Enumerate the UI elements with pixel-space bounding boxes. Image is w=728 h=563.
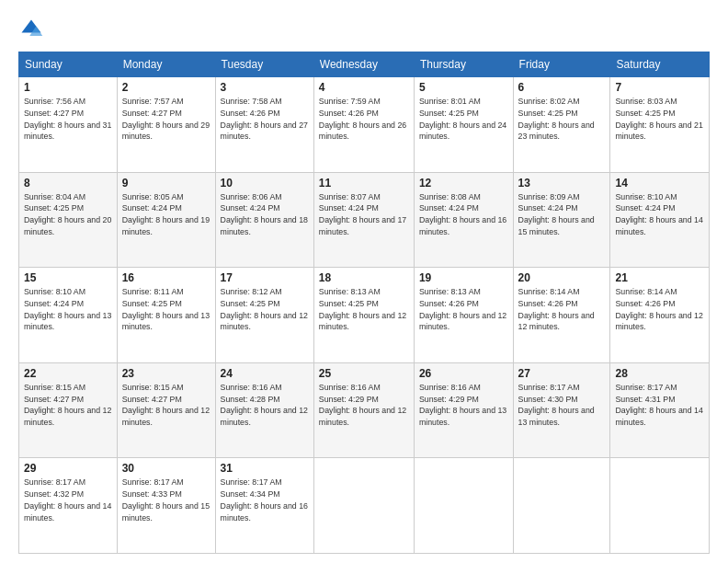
daylight-label: Daylight: 8 hours and 18 minutes. (221, 215, 308, 236)
calendar-cell: 26 Sunrise: 8:16 AM Sunset: 4:29 PM Dayl… (414, 362, 513, 458)
day-info: Sunrise: 8:17 AM Sunset: 4:30 PM Dayligh… (518, 382, 606, 429)
day-number: 25 (319, 367, 409, 380)
calendar-cell: 29 Sunrise: 8:17 AM Sunset: 4:32 PM Dayl… (19, 458, 118, 554)
sunset-label: Sunset: 4:26 PM (221, 109, 280, 118)
day-number: 22 (24, 367, 112, 380)
daylight-label: Daylight: 8 hours and 12 minutes. (419, 311, 506, 332)
calendar-week-1: 1 Sunrise: 7:56 AM Sunset: 4:27 PM Dayli… (19, 77, 710, 173)
day-info: Sunrise: 8:12 AM Sunset: 4:25 PM Dayligh… (221, 286, 309, 333)
calendar-cell: 15 Sunrise: 8:10 AM Sunset: 4:24 PM Dayl… (19, 268, 118, 363)
day-info: Sunrise: 8:10 AM Sunset: 4:24 PM Dayligh… (24, 286, 112, 333)
calendar-cell: 23 Sunrise: 8:15 AM Sunset: 4:27 PM Dayl… (117, 362, 215, 458)
calendar-cell: 30 Sunrise: 8:17 AM Sunset: 4:33 PM Dayl… (117, 458, 215, 554)
sunrise-label: Sunrise: 8:12 AM (221, 287, 282, 296)
day-info: Sunrise: 8:03 AM Sunset: 4:25 PM Dayligh… (615, 96, 704, 143)
calendar-cell: 12 Sunrise: 8:08 AM Sunset: 4:24 PM Dayl… (414, 172, 513, 268)
sunset-label: Sunset: 4:25 PM (319, 299, 379, 308)
sunset-label: Sunset: 4:25 PM (221, 299, 280, 308)
sunset-label: Sunset: 4:26 PM (615, 299, 675, 308)
col-saturday: Saturday (610, 52, 710, 77)
calendar-cell: 3 Sunrise: 7:58 AM Sunset: 4:26 PM Dayli… (215, 77, 313, 173)
sunrise-label: Sunrise: 8:16 AM (221, 383, 282, 392)
sunset-label: Sunset: 4:25 PM (419, 109, 479, 118)
calendar-cell: 22 Sunrise: 8:15 AM Sunset: 4:27 PM Dayl… (19, 362, 118, 458)
calendar-week-4: 22 Sunrise: 8:15 AM Sunset: 4:27 PM Dayl… (19, 362, 710, 458)
sunset-label: Sunset: 4:25 PM (615, 109, 675, 118)
daylight-label: Daylight: 8 hours and 14 minutes. (615, 215, 702, 236)
daylight-label: Daylight: 8 hours and 12 minutes. (221, 406, 308, 427)
daylight-label: Daylight: 8 hours and 12 minutes. (319, 406, 406, 427)
daylight-label: Daylight: 8 hours and 12 minutes. (319, 311, 406, 332)
sunrise-label: Sunrise: 8:04 AM (24, 192, 85, 201)
day-info: Sunrise: 8:05 AM Sunset: 4:24 PM Dayligh… (122, 191, 210, 238)
calendar-cell: 20 Sunrise: 8:14 AM Sunset: 4:26 PM Dayl… (513, 268, 610, 363)
sunrise-label: Sunrise: 8:13 AM (319, 287, 381, 296)
calendar-cell: 9 Sunrise: 8:05 AM Sunset: 4:24 PM Dayli… (117, 172, 215, 268)
calendar-cell: 16 Sunrise: 8:11 AM Sunset: 4:25 PM Dayl… (117, 268, 215, 363)
daylight-label: Daylight: 8 hours and 21 minutes. (615, 121, 702, 142)
calendar-cell: 6 Sunrise: 8:02 AM Sunset: 4:25 PM Dayli… (513, 77, 610, 173)
sunrise-label: Sunrise: 7:56 AM (24, 97, 85, 106)
day-info: Sunrise: 8:14 AM Sunset: 4:26 PM Dayligh… (518, 286, 606, 333)
day-number: 23 (122, 367, 210, 380)
daylight-label: Daylight: 8 hours and 13 minutes. (419, 406, 506, 427)
sunrise-label: Sunrise: 8:15 AM (24, 383, 85, 392)
day-number: 10 (221, 177, 309, 190)
day-number: 15 (24, 271, 112, 284)
sunrise-label: Sunrise: 8:13 AM (419, 287, 481, 296)
col-wednesday: Wednesday (313, 52, 414, 77)
col-thursday: Thursday (414, 52, 513, 77)
day-number: 24 (221, 367, 309, 380)
day-info: Sunrise: 8:17 AM Sunset: 4:32 PM Dayligh… (24, 477, 112, 523)
calendar-cell: 28 Sunrise: 8:17 AM Sunset: 4:31 PM Dayl… (610, 362, 710, 458)
calendar-cell: 27 Sunrise: 8:17 AM Sunset: 4:30 PM Dayl… (513, 362, 610, 458)
sunset-label: Sunset: 4:34 PM (221, 489, 280, 499)
day-number: 19 (419, 271, 508, 284)
sunrise-label: Sunrise: 8:14 AM (615, 287, 677, 296)
sunset-label: Sunset: 4:24 PM (615, 203, 675, 213)
sunset-label: Sunset: 4:25 PM (24, 203, 84, 213)
sunset-label: Sunset: 4:28 PM (221, 395, 280, 404)
logo-icon (18, 17, 44, 42)
day-number: 21 (615, 271, 704, 284)
day-number: 1 (24, 81, 112, 94)
daylight-label: Daylight: 8 hours and 16 minutes. (221, 501, 308, 523)
day-number: 28 (615, 367, 704, 380)
daylight-label: Daylight: 8 hours and 20 minutes. (24, 215, 111, 236)
daylight-label: Daylight: 8 hours and 31 minutes. (24, 121, 111, 142)
day-info: Sunrise: 8:16 AM Sunset: 4:29 PM Dayligh… (319, 382, 409, 429)
sunset-label: Sunset: 4:30 PM (518, 395, 578, 404)
sunset-label: Sunset: 4:32 PM (24, 489, 84, 499)
sunrise-label: Sunrise: 8:17 AM (615, 383, 677, 392)
page: Sunday Monday Tuesday Wednesday Thursday… (0, 0, 728, 563)
sunrise-label: Sunrise: 8:17 AM (221, 477, 282, 487)
sunset-label: Sunset: 4:27 PM (24, 109, 84, 118)
daylight-label: Daylight: 8 hours and 13 minutes. (122, 311, 210, 332)
calendar-week-2: 8 Sunrise: 8:04 AM Sunset: 4:25 PM Dayli… (19, 172, 710, 268)
sunset-label: Sunset: 4:24 PM (221, 203, 280, 213)
daylight-label: Daylight: 8 hours and 12 minutes. (24, 406, 111, 427)
calendar-cell: 10 Sunrise: 8:06 AM Sunset: 4:24 PM Dayl… (215, 172, 313, 268)
sunrise-label: Sunrise: 8:01 AM (419, 97, 481, 106)
day-number: 4 (319, 81, 409, 94)
sunset-label: Sunset: 4:31 PM (615, 395, 675, 404)
day-info: Sunrise: 8:09 AM Sunset: 4:24 PM Dayligh… (518, 191, 606, 238)
sunrise-label: Sunrise: 8:11 AM (122, 287, 184, 296)
daylight-label: Daylight: 8 hours and 14 minutes. (24, 501, 111, 523)
sunrise-label: Sunrise: 8:07 AM (319, 192, 381, 201)
calendar-week-5: 29 Sunrise: 8:17 AM Sunset: 4:32 PM Dayl… (19, 458, 710, 554)
day-number: 6 (518, 81, 606, 94)
sunset-label: Sunset: 4:26 PM (419, 299, 479, 308)
sunset-label: Sunset: 4:27 PM (24, 395, 84, 404)
sunset-label: Sunset: 4:24 PM (319, 203, 379, 213)
sunrise-label: Sunrise: 8:02 AM (518, 97, 580, 106)
day-number: 31 (221, 462, 309, 475)
calendar-header-row: Sunday Monday Tuesday Wednesday Thursday… (19, 52, 710, 77)
calendar-cell: 11 Sunrise: 8:07 AM Sunset: 4:24 PM Dayl… (313, 172, 414, 268)
day-number: 16 (122, 271, 210, 284)
calendar-cell: 19 Sunrise: 8:13 AM Sunset: 4:26 PM Dayl… (414, 268, 513, 363)
day-info: Sunrise: 8:16 AM Sunset: 4:29 PM Dayligh… (419, 382, 508, 429)
daylight-label: Daylight: 8 hours and 12 minutes. (615, 311, 702, 332)
col-monday: Monday (117, 52, 215, 77)
sunrise-label: Sunrise: 8:09 AM (518, 192, 580, 201)
